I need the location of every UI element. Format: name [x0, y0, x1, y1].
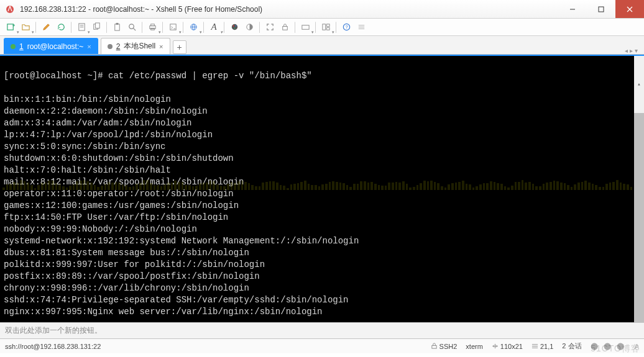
- terminal-line: games:x:12:100:games:/usr/games:/sbin/no…: [4, 200, 640, 212]
- close-tab-icon[interactable]: ×: [87, 43, 91, 50]
- svg-rect-33: [322, 24, 325, 30]
- terminal-line: systemd-network:x:192:192:systemd Networ…: [4, 235, 640, 247]
- status-dot-icon: [11, 44, 16, 49]
- prompt: [root@localhost ~]#: [4, 71, 108, 81]
- tab-strip: 1 root@localhost:~ × 2 本地Shell × + ◂ ▸ ▾: [0, 36, 644, 55]
- command: cat /etc/passwd | egrep -v "/bin/bash$": [108, 71, 312, 81]
- scrollbar-thumb[interactable]: [634, 113, 644, 322]
- theme-icon[interactable]: [242, 20, 256, 34]
- separator: [336, 22, 336, 33]
- tab-number: 1: [19, 42, 24, 51]
- terminal-scrollbar[interactable]: ▴ ▾: [634, 56, 644, 322]
- tab-label: 本地Shell: [124, 41, 155, 52]
- svg-point-24: [231, 24, 237, 30]
- terminal-line: mail:x:8:12:mail:/var/spool/mail:/sbin/n…: [4, 176, 640, 188]
- terminal-line: halt:x:7:0:halt:/sbin:/sbin/halt: [4, 165, 640, 176]
- terminal-line: sync:x:5:0:sync:/sbin:/bin/sync: [4, 141, 640, 153]
- separator: [71, 22, 71, 33]
- svg-rect-2: [599, 7, 604, 12]
- svg-point-27: [234, 27, 235, 29]
- lock-icon[interactable]: [278, 20, 292, 34]
- svg-rect-30: [301, 25, 308, 30]
- status-bar: ssh://root@192.168.238.131:22 SSH2 xterm…: [0, 338, 644, 353]
- separator: [203, 22, 204, 33]
- keyboard-icon[interactable]: ▾: [298, 20, 312, 34]
- svg-rect-34: [326, 24, 329, 27]
- terminal-line: daemon:x:2:2:daemon:/sbin:/sbin/nologin: [4, 106, 640, 117]
- svg-rect-5: [7, 24, 12, 30]
- terminal[interactable]: [root@localhost ~]# cat /etc/passwd | eg…: [0, 56, 644, 322]
- tab-scroll-arrows[interactable]: ◂ ▸ ▾: [625, 47, 638, 54]
- terminal-line: polkitd:x:999:997:User for polkitd:/:/sb…: [4, 259, 640, 271]
- separator: [162, 22, 163, 33]
- separator: [106, 22, 107, 33]
- terminal-line: nobody:x:99:99:Nobody:/:/sbin/nologin: [4, 224, 640, 235]
- terminal-line: bin:x:1:1:bin:/bin:/sbin/nologin: [4, 94, 640, 106]
- separator: [35, 22, 36, 33]
- maximize-button[interactable]: [587, 0, 615, 18]
- copy-icon[interactable]: [90, 20, 103, 34]
- separator: [142, 22, 142, 33]
- button-bar-hint: 双击此处添加一个新的按钮。: [5, 325, 102, 336]
- help-icon[interactable]: ?: [339, 20, 353, 34]
- properties-icon[interactable]: ▾: [75, 20, 88, 34]
- tab-session-1[interactable]: 1 root@localhost:~ ×: [4, 38, 98, 54]
- button-bar[interactable]: 双击此处添加一个新的按钮。: [0, 322, 644, 338]
- reconnect-icon[interactable]: [54, 20, 68, 34]
- svg-rect-29: [282, 27, 287, 30]
- menu-icon[interactable]: [354, 20, 368, 34]
- print-icon[interactable]: ▾: [145, 20, 159, 34]
- separator: [259, 22, 260, 33]
- separator: [224, 22, 224, 33]
- new-session-icon[interactable]: ▾: [4, 20, 17, 34]
- separator: [183, 22, 183, 33]
- terminal-line: dbus:x:81:81:System message bus:/:/sbin/…: [4, 247, 640, 259]
- svg-rect-13: [114, 24, 119, 30]
- fullscreen-icon[interactable]: [263, 20, 277, 34]
- separator: [315, 22, 316, 33]
- terminal-line: adm:x:3:4:adm:/var/adm:/sbin/nologin: [4, 117, 640, 129]
- svg-text:?: ?: [345, 24, 347, 30]
- layout-icon[interactable]: ▾: [319, 20, 333, 34]
- font-icon[interactable]: A▾: [207, 20, 221, 34]
- terminal-line: nginx:x:997:995:Nginx web server:/var/li…: [4, 306, 640, 318]
- new-tab-button[interactable]: +: [173, 40, 186, 54]
- minimize-button[interactable]: [558, 0, 587, 18]
- window-title: 192.168.238.131:22 - root@localhost:~ - …: [20, 5, 558, 14]
- terminal-line: operator:x:11:0:operator:/root:/sbin/nol…: [4, 188, 640, 200]
- separator: [295, 22, 295, 33]
- svg-rect-14: [116, 23, 118, 25]
- globe-icon[interactable]: ▾: [186, 20, 200, 34]
- svg-rect-18: [150, 24, 154, 26]
- scroll-up-icon[interactable]: ▴: [634, 79, 644, 89]
- status-sessions: 2 会话: [562, 341, 581, 351]
- terminal-line: postfix:x:89:89::/var/spool/postfix:/sbi…: [4, 271, 640, 282]
- tab-number: 2: [116, 42, 121, 51]
- find-icon[interactable]: [125, 20, 139, 34]
- paste-icon[interactable]: [110, 20, 124, 34]
- close-tab-icon[interactable]: ×: [159, 43, 163, 50]
- toolbar: ▾ ▾ ▾ ▾ ▾ ▾ A▾ ▾ ▾ ?: [0, 19, 644, 36]
- color-icon[interactable]: [228, 20, 241, 34]
- terminal-line: lp:x:4:7:lp:/var/spool/lpd:/sbin/nologin: [4, 129, 640, 141]
- status-termtype: xterm: [466, 343, 483, 350]
- status-size: 110x21: [492, 343, 523, 350]
- svg-point-25: [232, 25, 234, 27]
- close-button[interactable]: [615, 0, 644, 18]
- status-dot-icon: [108, 44, 113, 49]
- svg-point-26: [235, 25, 236, 27]
- terminal-line: shutdown:x:6:0:shutdown:/sbin:/sbin/shut…: [4, 153, 640, 165]
- terminal-line: chrony:x:998:996::/var/lib/chrony:/sbin/…: [4, 282, 640, 294]
- status-protocol: SSH2: [431, 343, 458, 350]
- open-icon[interactable]: ▾: [19, 20, 32, 34]
- svg-rect-41: [431, 346, 436, 349]
- status-position: 21,1: [531, 343, 553, 350]
- edit-icon[interactable]: [39, 20, 53, 34]
- svg-rect-35: [326, 27, 329, 30]
- svg-rect-12: [95, 23, 99, 28]
- tab-session-2[interactable]: 2 本地Shell ×: [101, 38, 170, 54]
- tab-label: root@localhost:~: [27, 42, 84, 51]
- script-icon[interactable]: ▾: [166, 20, 180, 34]
- titlebar: 192.168.238.131:22 - root@localhost:~ - …: [0, 0, 644, 19]
- svg-point-15: [129, 24, 134, 29]
